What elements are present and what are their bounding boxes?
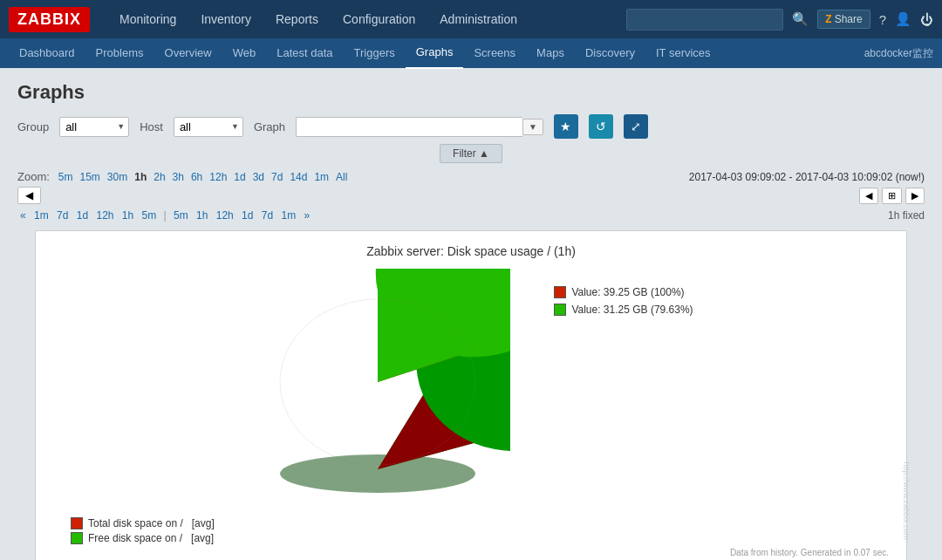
tab-web[interactable]: Web: [222, 38, 267, 68]
filter-toggle-row: Filter ▲: [17, 144, 925, 163]
zoom-3d[interactable]: 3d: [249, 171, 268, 183]
nav-fwd-1d[interactable]: 1d: [239, 209, 256, 222]
expand-button[interactable]: ⤢: [624, 114, 648, 139]
tab-triggers[interactable]: Triggers: [344, 38, 406, 68]
nav-fwd-1h[interactable]: 1h: [194, 209, 210, 222]
search-input[interactable]: [626, 9, 783, 31]
legend-color-red: [554, 286, 566, 298]
tab-graphs[interactable]: Graphs: [406, 38, 464, 69]
nav-monitoring[interactable]: Monitoring: [107, 0, 188, 38]
time-fixed-label: 1h fixed: [888, 209, 925, 222]
nav-left-arrow[interactable]: ◀: [17, 187, 41, 204]
zoom-15m[interactable]: 15m: [77, 171, 104, 183]
legend-bottom-label-green: Free disk space on /: [88, 532, 182, 544]
zoom-links: Zoom: 5m 15m 30m 1h 2h 3h 6h 12h 1d 3d 7…: [17, 170, 351, 183]
filter-bar: Group all Host all Graph Disk space usag…: [17, 114, 925, 139]
secondary-navigation: Dashboard Problems Overview Web Latest d…: [0, 38, 942, 68]
host-label: Host: [140, 120, 163, 133]
favorite-button[interactable]: ★: [554, 114, 578, 139]
nav-arrow-row: ◀ ◀ ⊞ ▶: [17, 187, 925, 204]
top-nav-links: Monitoring Inventory Reports Configurati…: [107, 0, 626, 38]
tab-latest-data[interactable]: Latest data: [266, 38, 343, 68]
data-source-note: Data from history. Generated in 0.07 sec…: [53, 548, 889, 557]
top-navigation: ZABBIX Monitoring Inventory Reports Conf…: [0, 0, 942, 38]
zoom-14d[interactable]: 14d: [286, 171, 311, 183]
zoom-3h[interactable]: 3h: [169, 171, 188, 183]
graph-title: Zabbix server: Disk space usage / (1h): [53, 244, 889, 258]
nav-back-all[interactable]: «: [17, 209, 29, 222]
pie-chart: [249, 269, 510, 504]
graph-body: Value: 39.25 GB (100%) Value: 31.25 GB (…: [53, 269, 889, 513]
nav-back-1m[interactable]: 1m: [31, 209, 51, 222]
arrow-right-group: ◀ ⊞ ▶: [859, 188, 925, 204]
time-nav-left-links: « 1m 7d 1d 12h 1h 5m | 5m 1h 12h 1d 7d 1…: [17, 209, 312, 222]
legend-label-green: Value: 31.25 GB (79.63%): [571, 304, 693, 316]
period-left-btn[interactable]: ◀: [859, 188, 878, 204]
zoom-12h[interactable]: 12h: [206, 171, 230, 183]
nav-fwd-5m[interactable]: 5m: [171, 209, 191, 222]
zoom-2h[interactable]: 2h: [150, 171, 168, 183]
group-label: Group: [17, 120, 49, 133]
legend-item-green: Value: 31.25 GB (79.63%): [554, 304, 693, 316]
period-right-btn[interactable]: ▶: [905, 188, 925, 204]
share-button[interactable]: Z Share: [817, 10, 870, 29]
zoom-1h[interactable]: 1h: [131, 171, 150, 183]
zoom-1m[interactable]: 1m: [311, 171, 332, 183]
nav-fwd-all[interactable]: »: [302, 209, 313, 222]
zoom-7d[interactable]: 7d: [268, 171, 286, 183]
zoom-30m[interactable]: 30m: [104, 171, 131, 183]
graph-dropdown-btn[interactable]: ▼: [522, 119, 543, 135]
graph-input[interactable]: Disk space usage /: [296, 117, 522, 137]
nav-inventory[interactable]: Inventory: [188, 0, 263, 38]
tab-maps[interactable]: Maps: [526, 38, 575, 68]
group-select[interactable]: all: [59, 117, 129, 137]
host-select[interactable]: all: [174, 117, 243, 137]
help-icon[interactable]: ?: [879, 12, 886, 27]
tab-problems[interactable]: Problems: [85, 38, 154, 68]
page-title: Graphs: [17, 81, 925, 104]
top-nav-right: 🔍 Z Share ? 👤 ⏻: [626, 9, 933, 31]
user-icon[interactable]: 👤: [895, 11, 911, 27]
nav-fwd-12h[interactable]: 12h: [214, 209, 236, 222]
user-label: abcdocker监控: [864, 46, 933, 61]
legend-label-red: Value: 39.25 GB (100%): [571, 286, 684, 298]
tab-overview[interactable]: Overview: [154, 38, 222, 68]
graph-select-wrap: Disk space usage / ▼: [296, 117, 543, 137]
nav-back-5m[interactable]: 5m: [140, 209, 160, 222]
nav-back-1h[interactable]: 1h: [119, 209, 136, 222]
tab-it-services[interactable]: IT services: [645, 38, 721, 68]
zoom-5m[interactable]: 5m: [55, 171, 77, 183]
legend-bottom-color-red: [71, 517, 83, 529]
zoom-label: Zoom:: [17, 170, 50, 183]
nav-configuration[interactable]: Configuration: [331, 0, 427, 38]
group-select-wrap: all: [59, 117, 129, 137]
legend-bottom-label-red: Total disk space on /: [88, 517, 183, 529]
zoom-1d[interactable]: 1d: [230, 171, 249, 183]
nav-back-1d[interactable]: 1d: [74, 209, 91, 222]
nav-separator: |: [162, 209, 168, 222]
nav-back-12h[interactable]: 12h: [93, 209, 116, 222]
graph-label: Graph: [254, 120, 285, 133]
legend-bottom-avg-green: [avg]: [191, 532, 214, 544]
sec-nav-links: Dashboard Problems Overview Web Latest d…: [9, 38, 721, 69]
zoom-6h[interactable]: 6h: [188, 171, 206, 183]
tab-discovery[interactable]: Discovery: [575, 38, 645, 68]
refresh-button[interactable]: ↺: [589, 114, 613, 139]
zoom-all[interactable]: All: [332, 171, 351, 183]
nav-administration[interactable]: Administration: [427, 0, 529, 38]
tab-screens[interactable]: Screens: [463, 38, 526, 68]
filter-toggle-button[interactable]: Filter ▲: [440, 144, 502, 163]
nav-fwd-1m[interactable]: 1m: [279, 209, 299, 222]
search-icon[interactable]: 🔍: [792, 11, 809, 27]
nav-reports[interactable]: Reports: [263, 0, 331, 38]
period-calendar-btn[interactable]: ⊞: [882, 188, 902, 204]
tab-dashboard[interactable]: Dashboard: [9, 38, 85, 68]
time-range: 2017-04-03 09:09:02 - 2017-04-03 10:09:0…: [689, 171, 925, 183]
svg-point-0: [280, 454, 475, 493]
nav-fwd-7d[interactable]: 7d: [259, 209, 276, 222]
zoom-bar: Zoom: 5m 15m 30m 1h 2h 3h 6h 12h 1d 3d 7…: [17, 170, 925, 183]
legend-color-green: [554, 304, 566, 316]
time-nav-row: « 1m 7d 1d 12h 1h 5m | 5m 1h 12h 1d 7d 1…: [17, 209, 925, 222]
nav-back-7d[interactable]: 7d: [54, 209, 71, 222]
power-icon[interactable]: ⏻: [920, 12, 933, 27]
